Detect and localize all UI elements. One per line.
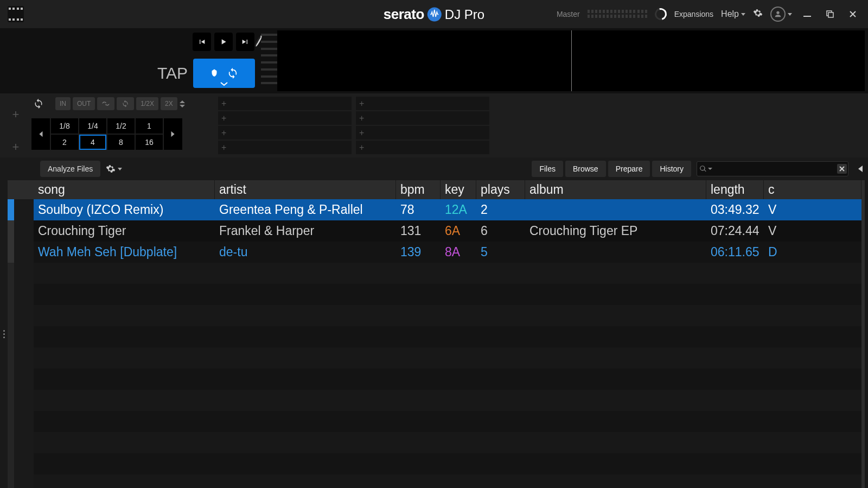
col-song[interactable]: song <box>34 180 215 199</box>
beat-16[interactable]: 16 <box>136 135 163 150</box>
chevron-down-icon <box>220 82 228 86</box>
cue-slot[interactable]: + <box>218 141 352 154</box>
table-row-empty <box>8 326 861 347</box>
table-row-empty <box>8 369 861 390</box>
col-plays[interactable]: plays <box>476 180 525 199</box>
beat-1-4[interactable]: 1/4 <box>79 118 106 134</box>
beat-2[interactable]: 2 <box>51 135 78 150</box>
chevron-down-icon <box>741 13 745 16</box>
beat-1[interactable]: 1 <box>136 118 163 134</box>
loop-in-button[interactable]: IN <box>55 97 71 110</box>
table-row[interactable]: Wah Meh Seh [Dubplate] de-tu 139 8A 5 06… <box>8 242 861 263</box>
collapse-panel-button[interactable] <box>858 166 863 172</box>
tag-icon <box>209 68 219 78</box>
table-row-empty <box>8 474 861 488</box>
brand-bold: serato <box>384 6 424 23</box>
table-row-empty <box>8 305 861 326</box>
expansions-link[interactable]: Expansions <box>674 10 713 18</box>
avatar-icon <box>770 7 786 22</box>
svg-rect-1 <box>803 16 811 17</box>
cue-slot[interactable]: + <box>218 126 352 140</box>
loop-half-button[interactable]: 1/2X <box>136 97 158 110</box>
add-deck-button[interactable]: + <box>12 140 20 154</box>
playhead[interactable] <box>571 30 572 91</box>
cue-slot[interactable]: + <box>356 111 489 125</box>
beat-next-button[interactable] <box>164 118 182 150</box>
add-deck-button[interactable]: + <box>12 107 20 122</box>
sync-icon <box>227 67 239 79</box>
brand-wave-icon <box>427 7 442 21</box>
resize-handle[interactable] <box>0 180 8 488</box>
tap-button[interactable]: TAP <box>157 64 188 83</box>
sync-panel[interactable] <box>193 59 255 88</box>
table-row[interactable]: Soulboy (IZCO Remix) Greentea Peng & P-R… <box>8 199 861 220</box>
brand-light: DJ Pro <box>445 7 484 22</box>
chevron-down-icon <box>708 168 712 170</box>
video-view-icon[interactable] <box>8 6 24 22</box>
beat-prev-button[interactable] <box>31 118 50 150</box>
loading-spinner-icon <box>653 6 669 22</box>
table-row-empty <box>8 390 861 411</box>
help-label: Help <box>721 9 739 19</box>
col-key[interactable]: key <box>441 180 476 199</box>
tab-prepare[interactable]: Prepare <box>608 161 650 177</box>
loop-double-button[interactable]: 2X <box>161 97 177 110</box>
table-row-empty <box>8 263 861 284</box>
cue-slot[interactable]: + <box>356 126 489 140</box>
beat-1-2[interactable]: 1/2 <box>107 118 135 134</box>
library-settings-button[interactable] <box>106 164 122 174</box>
waveform-display[interactable] <box>277 30 865 91</box>
loop-sync-icon[interactable] <box>31 97 46 111</box>
next-track-button[interactable] <box>236 33 254 51</box>
cue-slot[interactable]: + <box>218 97 352 110</box>
cue-slot[interactable]: + <box>356 97 489 110</box>
scrollbar[interactable] <box>861 180 865 488</box>
play-button[interactable] <box>214 33 233 51</box>
svg-point-0 <box>776 11 779 14</box>
deck-area: TAP <box>0 28 868 93</box>
tab-history[interactable]: History <box>652 161 691 177</box>
beat-1-8[interactable]: 1/8 <box>51 118 78 134</box>
col-extra[interactable]: c <box>764 180 861 199</box>
table-row-empty <box>8 284 861 305</box>
reloop-button[interactable] <box>97 97 114 110</box>
loop-active-button[interactable] <box>117 97 134 110</box>
track-table: song artist bpm key plays album length c… <box>0 180 865 488</box>
beat-8[interactable]: 8 <box>107 135 135 150</box>
loop-out-button[interactable]: OUT <box>73 97 95 110</box>
help-menu[interactable]: Help <box>721 9 745 19</box>
master-meter <box>588 10 647 18</box>
prev-track-button[interactable] <box>193 33 211 51</box>
col-bpm[interactable]: bpm <box>396 180 441 199</box>
chevron-down-icon <box>118 168 122 170</box>
cue-slot[interactable]: + <box>218 111 352 125</box>
master-label: Master <box>557 10 580 18</box>
col-artist[interactable]: artist <box>215 180 396 199</box>
table-row-empty <box>8 347 861 369</box>
search-icon <box>699 165 707 173</box>
tab-files[interactable]: Files <box>532 161 563 177</box>
user-menu[interactable] <box>770 7 792 22</box>
beat-4[interactable]: 4 <box>79 135 106 150</box>
close-button[interactable] <box>845 7 860 22</box>
clear-search-button[interactable] <box>837 164 847 174</box>
table-row-empty <box>8 453 861 474</box>
svg-rect-3 <box>828 12 833 17</box>
chevron-down-icon <box>788 13 792 16</box>
maximize-button[interactable] <box>822 7 838 22</box>
table-header: song artist bpm key plays album length c <box>8 180 861 199</box>
table-row[interactable]: Crouching Tiger Frankel & Harper 131 6A … <box>8 220 861 242</box>
minimize-button[interactable] <box>800 7 815 22</box>
table-row-empty <box>8 432 861 453</box>
analyze-files-button[interactable]: Analyze Files <box>40 161 100 177</box>
cue-slot[interactable]: + <box>356 141 489 154</box>
tab-browse[interactable]: Browse <box>565 161 606 177</box>
loop-cue-area: + + IN OUT 1/2X 2X 1/81/41/2124816 + + +… <box>0 93 868 157</box>
search-input[interactable] <box>697 161 848 176</box>
gear-icon <box>106 164 116 174</box>
settings-button[interactable] <box>753 8 763 20</box>
loop-adjust-stepper[interactable] <box>180 100 185 107</box>
col-album[interactable]: album <box>525 180 706 199</box>
title-bar: serato DJ Pro Master Expansions Help <box>0 0 868 28</box>
col-length[interactable]: length <box>706 180 764 199</box>
